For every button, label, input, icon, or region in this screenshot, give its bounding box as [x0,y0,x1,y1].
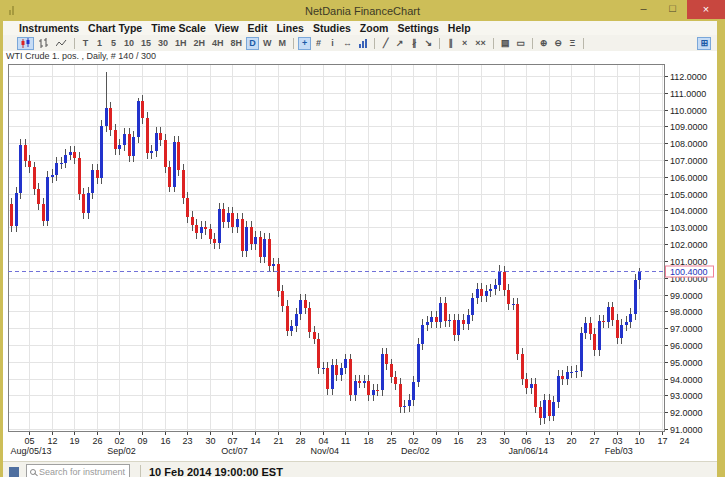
menu-bar: InstrumentsChart TypeTime ScaleViewEditL… [3,21,717,35]
timescale-1[interactable]: 1 [93,37,106,50]
search-icon [30,469,36,475]
instrument-search-box[interactable] [26,464,130,477]
x-axis-day-label: 02 [114,436,124,446]
x-axis-day-label: 27 [589,436,599,446]
delete-selected-button[interactable]: × [458,37,471,50]
x-axis-day-label: 14 [250,436,260,446]
toolbar-separator [493,38,494,49]
timescale-t[interactable]: T [79,37,92,50]
menu-help[interactable]: Help [448,22,471,34]
x-axis-day-label: 26 [92,436,102,446]
ray-arrow-icon: ↘ [425,39,433,48]
zoom-out-icon: ⊖ [554,39,562,48]
timescale-m[interactable]: M [276,37,290,50]
timescale-2h[interactable]: 2H [191,37,209,50]
trend-line-button[interactable]: ╱ [379,37,392,50]
timescale-1h[interactable]: 1H [172,37,190,50]
y-axis-label: 99.0000 [670,291,703,301]
y-axis-label: 98.0000 [670,307,703,317]
zoom-in-button[interactable]: ⊕ [537,37,551,50]
delete-all-icon: ×× [475,39,486,48]
current-price-label: 100.4000 [670,267,708,277]
parallel-channel-button[interactable]: ∦ [408,37,421,50]
zoom-out-button[interactable]: ⊖ [551,37,565,50]
timescale-w[interactable]: W [260,37,275,50]
x-axis-day-label: 12 [47,436,57,446]
timescale-4h[interactable]: 4H [209,37,227,50]
toolbar: T151015301H2H4H8HDWM+#i↔╱↗∦↘∥×××▤▭⊕⊖Ξ⊞ [3,35,717,51]
price-chart[interactable]: 91.000092.000093.000094.000095.000096.00… [3,62,717,457]
menu-lines[interactable]: Lines [276,22,303,34]
ray-arrow-button[interactable]: ↘ [422,37,436,50]
y-axis-label: 103.0000 [670,223,708,233]
menu-time-scale[interactable]: Time Scale [151,22,206,34]
y-axis-label: 112.0000 [670,72,707,82]
toolbar-separator [583,38,584,49]
x-axis-day-label: 17 [657,436,667,446]
trend-line-icon: ╱ [383,39,388,48]
ohlc-bar-chart-button[interactable] [35,37,52,50]
parallel-lines-button[interactable]: ∥ [444,37,457,50]
volume-button[interactable] [356,37,370,50]
x-axis-day-label: 07 [227,436,237,446]
x-axis-day-label: 24 [679,436,689,446]
y-axis-label: 92.0000 [670,408,703,418]
menu-studies[interactable]: Studies [313,22,351,34]
crosshair-icon: + [302,39,307,48]
menu-view[interactable]: View [215,22,239,34]
grid-icon: # [316,39,321,48]
toolbar-separator [74,38,75,49]
x-axis-day-label: 11 [341,436,350,446]
connection-status-icon [9,467,19,477]
delete-selected-icon: × [462,39,467,48]
timescale-5[interactable]: 5 [107,37,120,50]
y-axis-label: 93.0000 [670,391,703,401]
x-axis-day-label: 03 [612,436,622,446]
arrow-line-button[interactable]: ↗ [393,37,407,50]
menu-settings[interactable]: Settings [397,22,438,34]
fit-vertical-button[interactable]: Ξ [566,37,579,50]
menu-instruments[interactable]: Instruments [19,22,79,34]
x-axis-day-label: 09 [137,436,147,446]
line-chart-icon [56,38,67,49]
print-button[interactable]: ▤ [498,37,513,50]
x-axis-day-label: 16 [453,436,463,446]
delete-all-button[interactable]: ×× [472,37,489,50]
x-axis-day-label: 02 [408,436,418,446]
timescale-10[interactable]: 10 [121,37,137,50]
search-input[interactable] [39,467,126,477]
y-axis-label: 106.0000 [670,173,708,183]
crosshair-button[interactable]: + [298,37,311,50]
parallel-channel-icon: ∦ [412,39,417,48]
x-axis-day-label: 20 [566,436,576,446]
timescale-d[interactable]: D [246,37,259,50]
menu-chart-type[interactable]: Chart Type [88,22,142,34]
menu-edit[interactable]: Edit [248,22,268,34]
y-axis-label: 96.0000 [670,341,703,351]
timescale-8h[interactable]: 8H [228,37,246,50]
timescale-15[interactable]: 15 [138,37,154,50]
maximize-button[interactable]: □ [658,0,687,19]
y-axis-label: 91.0000 [670,425,703,435]
info-button[interactable]: i [326,37,339,50]
timescale-30[interactable]: 30 [155,37,171,50]
close-button[interactable]: × [687,0,725,19]
window-title: NetDania FinanceChart [0,5,725,17]
minimize-button[interactable]: – [629,0,658,19]
status-timestamp: 10 Feb 2014 19:00:00 EST [149,466,283,477]
x-axis-day-label: 19 [69,436,79,446]
chart-area[interactable]: 91.000092.000093.000094.000095.000096.00… [3,62,717,461]
line-chart-button[interactable] [53,37,70,50]
y-axis-label: 109.0000 [670,122,708,132]
print-preview-icon: ▭ [516,39,525,48]
menu-zoom[interactable]: Zoom [360,22,389,34]
x-axis-month-label: Nov/04 [311,446,340,456]
horizontal-expand-button[interactable]: ↔ [340,37,355,50]
y-axis-label: 107.0000 [670,156,708,166]
zoom-in-icon: ⊕ [540,39,548,48]
y-axis-label: 101.0000 [670,257,708,267]
print-preview-button[interactable]: ▭ [513,37,528,50]
pin-panel-button[interactable]: ⊞ [697,37,711,50]
candlestick-chart-button[interactable] [17,37,34,50]
grid-button[interactable]: # [312,37,325,50]
